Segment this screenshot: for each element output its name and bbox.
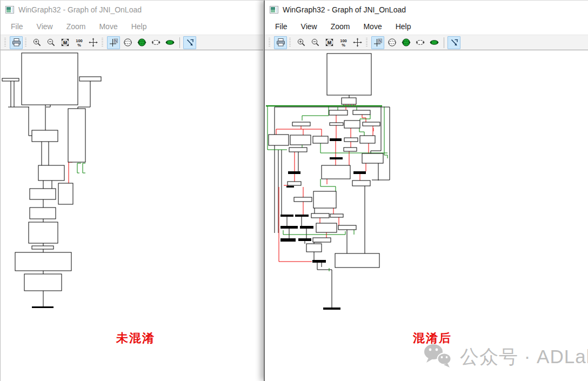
graph-node-collapsed[interactable] (280, 226, 298, 229)
graph-node-collapsed[interactable] (312, 260, 326, 263)
graph-node-collapsed[interactable] (298, 238, 311, 241)
toolbar-layout-ellipse-colored-button[interactable] (163, 36, 176, 49)
graph-node[interactable] (311, 213, 329, 218)
graph-node[interactable] (288, 182, 301, 185)
graph-node[interactable] (58, 183, 73, 204)
toolbar-zoom-out-button[interactable] (44, 36, 57, 49)
graph-node[interactable] (292, 122, 310, 126)
graph-node[interactable] (330, 214, 343, 217)
graph-node[interactable] (32, 246, 54, 249)
toolbar-gripper[interactable] (25, 38, 26, 48)
graph-node[interactable] (344, 148, 357, 151)
toolbar-gripper[interactable] (102, 38, 103, 48)
graph-node-collapsed[interactable] (300, 226, 313, 229)
menu-help[interactable]: Help (126, 21, 152, 32)
graph-node[interactable] (15, 252, 71, 271)
graph-node[interactable] (22, 53, 78, 105)
graph-node[interactable] (294, 197, 312, 202)
menu-zoom[interactable]: Zoom (62, 21, 91, 32)
toolbar-print-button[interactable] (10, 36, 23, 49)
graph-node[interactable] (360, 136, 375, 143)
toolbar-center-graph-button[interactable] (351, 36, 364, 49)
graph-node[interactable] (352, 181, 370, 186)
graph-node[interactable] (30, 208, 56, 219)
toolbar-gripper[interactable] (4, 38, 6, 48)
graph-node[interactable] (269, 135, 289, 145)
toolbar-print-button[interactable] (274, 36, 287, 49)
menu-view[interactable]: View (32, 21, 58, 32)
graph-node[interactable] (327, 54, 371, 95)
graph-node[interactable] (329, 110, 348, 115)
graph-node-collapsed[interactable] (32, 306, 54, 308)
toolbar-zoom-fit-button[interactable]: M (323, 36, 336, 49)
graph-canvas-right[interactable]: 混淆后 (265, 51, 588, 381)
toolbar-layout-sphere-colored-button[interactable] (399, 36, 412, 49)
graph-node[interactable] (30, 189, 56, 199)
toolbar-layout-ellipse-colored-button[interactable] (427, 36, 440, 49)
graph-node-collapsed[interactable] (353, 171, 366, 174)
graph-node-collapsed[interactable] (286, 186, 294, 188)
toolbar-layout-hierarchic-button[interactable]: N (107, 36, 120, 49)
graph-canvas-left[interactable]: 未混淆 (1, 51, 263, 381)
menu-view[interactable]: View (296, 21, 322, 32)
graph-node[interactable] (79, 77, 101, 81)
toolbar-layout-sphere-colored-button[interactable] (135, 36, 148, 49)
toolbar-zoom-out-button[interactable] (309, 36, 322, 49)
toolbar-zoom-fit-button[interactable]: M (58, 36, 71, 49)
graph-node-collapsed[interactable] (295, 215, 309, 217)
graph-node[interactable] (313, 238, 331, 242)
toolbar-gripper[interactable] (289, 38, 291, 48)
graph-node[interactable] (335, 253, 379, 268)
toolbar-layout-ellipse-button[interactable] (413, 36, 426, 49)
graph-node[interactable] (338, 225, 356, 230)
graph-node-collapsed[interactable] (330, 157, 343, 159)
graph-node[interactable] (330, 123, 343, 125)
menu-file[interactable]: File (6, 21, 28, 32)
menu-help[interactable]: Help (391, 21, 416, 32)
graph-node-collapsed[interactable] (288, 171, 300, 174)
toolbar-zoom-in-button[interactable] (30, 36, 43, 49)
graph-node-collapsed[interactable] (323, 308, 340, 310)
graph-node[interactable] (38, 165, 64, 181)
graph-node[interactable] (306, 244, 322, 252)
menu-move[interactable]: Move (358, 21, 386, 32)
graph-node[interactable] (353, 110, 370, 115)
toolbar-zoom-100-button[interactable]: 100% (72, 36, 85, 49)
graph-node[interactable] (344, 121, 360, 128)
zoom-in-icon (32, 38, 42, 47)
graph-node[interactable] (316, 223, 337, 232)
graph-node[interactable] (363, 122, 380, 126)
toolbar-zoom-in-button[interactable] (295, 36, 308, 49)
titlebar-left[interactable]: WinGraph32 - Graph of JNI_OnLoad (1, 1, 263, 18)
graph-node[interactable] (2, 78, 19, 81)
graph-node[interactable] (289, 148, 307, 152)
graph-node[interactable] (68, 109, 85, 162)
menu-move[interactable]: Move (94, 21, 122, 32)
graph-node[interactable] (32, 130, 58, 142)
toolbar-zoom-100-button[interactable]: 100% (337, 36, 350, 49)
toolbar-move-mode-button[interactable] (447, 36, 460, 49)
toolbar-gripper[interactable] (366, 38, 368, 48)
graph-node[interactable] (362, 153, 383, 163)
toolbar-gripper[interactable] (269, 38, 270, 48)
titlebar-right[interactable]: WinGraph32 - Graph of JNI_OnLoad (265, 1, 588, 18)
graph-node[interactable] (290, 135, 311, 145)
toolbar-layout-hierarchic-button[interactable]: N (371, 36, 384, 49)
toolbar-center-graph-button[interactable] (86, 36, 99, 49)
graph-node[interactable] (313, 136, 328, 143)
graph-node[interactable] (322, 165, 350, 179)
graph-node[interactable] (342, 98, 356, 104)
toolbar-layout-sphere-button[interactable] (385, 36, 398, 49)
toolbar-layout-sphere-button[interactable] (121, 36, 134, 49)
graph-node[interactable] (29, 222, 58, 243)
menu-file[interactable]: File (270, 21, 292, 32)
graph-node-collapsed[interactable] (330, 138, 342, 141)
graph-node[interactable] (24, 274, 62, 291)
toolbar-move-mode-button[interactable] (183, 36, 196, 49)
graph-node-collapsed[interactable] (280, 238, 296, 242)
toolbar-layout-ellipse-button[interactable] (149, 36, 162, 49)
graph-node-collapsed[interactable] (280, 215, 293, 217)
graph-node[interactable] (313, 191, 336, 208)
menu-zoom[interactable]: Zoom (326, 21, 355, 32)
graph-node[interactable] (344, 138, 358, 142)
